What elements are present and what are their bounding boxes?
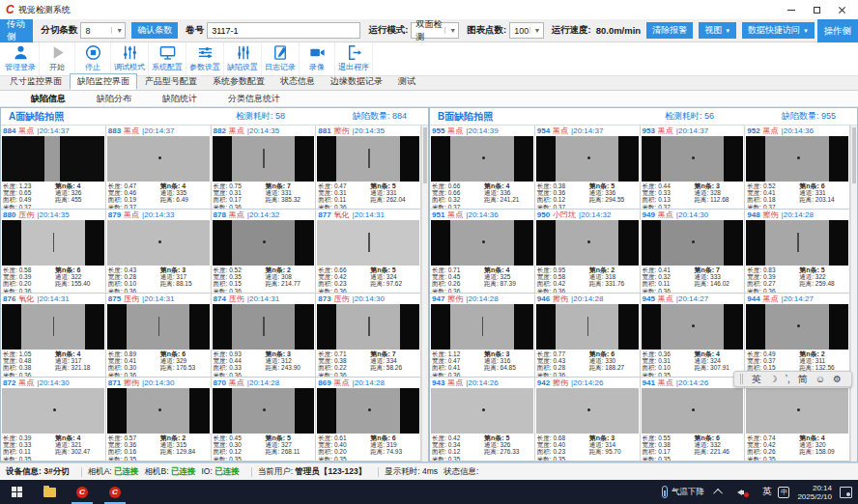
exit-program-button[interactable]: 退出程序 [335, 42, 373, 75]
roll-number-input[interactable] [207, 22, 360, 39]
defect-cell[interactable]: 940 擦伤 |20:14:26 长度: 0.74 [745, 378, 850, 462]
defect-cell[interactable]: 877 氧化 |20:14:31 长度: 0.66 [316, 210, 421, 294]
taskbar-app-2[interactable]: C [99, 480, 131, 504]
defect-cell[interactable]: 954 黑点 |20:14:37 长度: 0.38 [535, 126, 641, 210]
defect-image[interactable] [746, 388, 848, 434]
tab-status-info[interactable]: 状态信息 [272, 73, 323, 90]
action-center-icon[interactable] [840, 487, 852, 498]
ime-indicator[interactable]: 中 [778, 487, 789, 498]
defect-cell[interactable]: 872 黑点 |20:14:30 长度: 0.39 [1, 378, 106, 462]
defect-cell[interactable]: 870 黑点 |20:14:28 长度: 0.45 [212, 378, 317, 462]
moon-icon[interactable]: ☽ [769, 374, 778, 384]
system-config-button[interactable]: 系统配置 [149, 42, 186, 75]
defect-cell[interactable]: 945 黑点 |20:14:27 长度: 0.36 [641, 294, 746, 378]
defect-image[interactable] [107, 136, 210, 182]
defect-image[interactable] [431, 304, 533, 350]
defect-cell[interactable]: 874 压伤 |20:14:31 长度: 0.93 [212, 294, 317, 378]
defect-image[interactable] [642, 220, 744, 266]
language-indicator[interactable]: 英 [762, 486, 772, 498]
defect-image[interactable] [746, 136, 848, 182]
defect-cell[interactable]: 950 小凹坑 |20:14:32 长度: 0.95 [535, 210, 641, 294]
parameter-settings-button[interactable]: 参数设置 [186, 42, 224, 75]
drive-side-button[interactable]: 传动侧 [0, 19, 33, 42]
defect-cell[interactable]: 944 黑点 |20:14:27 长度: 0.49 [745, 294, 850, 378]
defect-image[interactable] [213, 388, 315, 434]
start-button[interactable]: 开始 [40, 42, 75, 75]
defect-cell[interactable]: 882 黑点 |20:14:35 长度: 0.75 [212, 126, 317, 210]
admin-login-button[interactable]: 管理登录 [2, 42, 40, 75]
defect-image[interactable] [213, 304, 315, 350]
defect-cell[interactable]: 880 压伤 |20:14:35 长度: 0.58 [1, 210, 106, 294]
defect-cell[interactable]: 878 黑点 |20:14:32 长度: 0.52 [212, 210, 317, 294]
defect-image[interactable] [2, 304, 104, 350]
start-menu-button[interactable] [0, 480, 33, 504]
stop-button[interactable]: 停止 [75, 42, 111, 75]
panel-a-scrollbar[interactable] [421, 126, 428, 462]
tab-edge-data-record[interactable]: 边缘数据记录 [323, 73, 390, 90]
punctuation-icon[interactable]: ’, [786, 374, 790, 384]
defect-cell[interactable]: 875 压伤 |20:14:31 长度: 0.89 [106, 294, 212, 378]
hidden-icons-chevron[interactable] [713, 489, 723, 498]
defect-image[interactable] [317, 220, 419, 266]
defect-image[interactable] [317, 304, 419, 350]
defect-cell[interactable]: 948 擦伤 |20:14:28 长度: 0.83 [745, 210, 850, 294]
defect-image[interactable] [2, 388, 104, 434]
taskbar-app-1[interactable]: C [66, 480, 99, 504]
defect-cell[interactable]: 873 压伤 |20:14:30 长度: 0.71 [316, 294, 421, 378]
defect-cell[interactable]: 869 黑点 |20:14:28 长度: 0.61 [316, 378, 421, 462]
defect-cell[interactable]: 951 黑点 |20:14:36 长度: 0.71 [430, 210, 535, 294]
defect-image[interactable] [317, 388, 419, 434]
subtab-defect-statistics[interactable]: 缺陷统计 [147, 92, 213, 106]
tab-product-model-config[interactable]: 产品型号配置 [137, 73, 205, 90]
clear-alarm-button[interactable]: 清除报警 [646, 22, 693, 39]
tab-size-monitor[interactable]: 尺寸监控界面 [2, 73, 70, 90]
slit-count-select[interactable]: 8▼ [80, 22, 126, 39]
defect-image[interactable] [536, 136, 639, 182]
defect-image[interactable] [642, 136, 744, 182]
debug-mode-button[interactable]: 调试模式 [111, 42, 149, 75]
defect-cell[interactable]: 876 氧化 |20:14:31 长度: 1.05 [1, 294, 106, 378]
defect-image[interactable] [642, 304, 744, 350]
defect-cell[interactable]: 947 擦伤 |20:14:28 长度: 1.12 [430, 294, 535, 378]
run-mode-select[interactable]: 双面检测▼ [411, 22, 459, 39]
defect-image[interactable] [213, 136, 315, 182]
defect-image[interactable] [746, 220, 848, 266]
tab-defect-monitor[interactable]: 缺陷监控界面 [70, 73, 137, 90]
tab-system-param-config[interactable]: 系统参数配置 [205, 73, 272, 90]
emoji-icon[interactable]: ☺ [815, 374, 825, 384]
defect-cell[interactable]: 955 黑点 |20:14:39 长度: 0.66 [430, 126, 535, 210]
defect-cell[interactable]: 879 黑点 |20:14:33 长度: 0.43 [106, 210, 212, 294]
scrollbar-thumb[interactable] [423, 127, 427, 183]
defect-image[interactable] [642, 388, 744, 434]
gear-icon[interactable]: ⚙ [833, 374, 842, 384]
defect-image[interactable] [746, 304, 848, 350]
defect-image[interactable] [107, 220, 210, 266]
weather-text[interactable]: 气温下降 [672, 487, 704, 498]
subtab-defect-info[interactable]: 缺陷信息 [15, 92, 81, 106]
record-video-button[interactable]: 录像 [300, 42, 335, 75]
ime-simplified-mode[interactable]: 简 [798, 373, 808, 386]
defect-image[interactable] [536, 388, 639, 434]
defect-cell[interactable]: 884 黑点 |20:14:37 长度: 1.23 [1, 126, 106, 210]
defect-image[interactable] [431, 136, 533, 182]
panel-b-scrollbar[interactable] [850, 126, 857, 462]
clock[interactable]: 20:142025/2/10 [797, 484, 832, 501]
defect-image[interactable] [213, 220, 315, 266]
defect-settings-button[interactable]: 缺陷设置 [224, 42, 262, 75]
defect-cell[interactable]: 953 黑点 |20:14:37 长度: 0.44 [641, 126, 746, 210]
quick-access-menu-button[interactable]: 数据快捷访问▼ [742, 22, 815, 39]
ime-english-mode[interactable]: 英 [752, 373, 761, 386]
defect-cell[interactable]: 883 黑点 |20:14:37 长度: 0.47 [106, 126, 212, 210]
defect-cell[interactable]: 946 擦伤 |20:14:28 长度: 0.77 [535, 294, 641, 378]
defect-image[interactable] [107, 388, 210, 434]
defect-image[interactable] [2, 136, 104, 182]
confirm-count-button[interactable]: 确认条数 [131, 22, 178, 39]
defect-cell[interactable]: 952 黑点 |20:14:36 长度: 0.52 [745, 126, 850, 210]
defect-image[interactable] [317, 136, 419, 182]
defect-image[interactable] [536, 220, 639, 266]
defect-image[interactable] [2, 220, 104, 266]
minimize-button[interactable] [779, 1, 804, 18]
scrollbar-thumb[interactable] [852, 127, 856, 183]
ime-drag-handle[interactable] [740, 374, 743, 384]
defect-image[interactable] [536, 304, 639, 350]
